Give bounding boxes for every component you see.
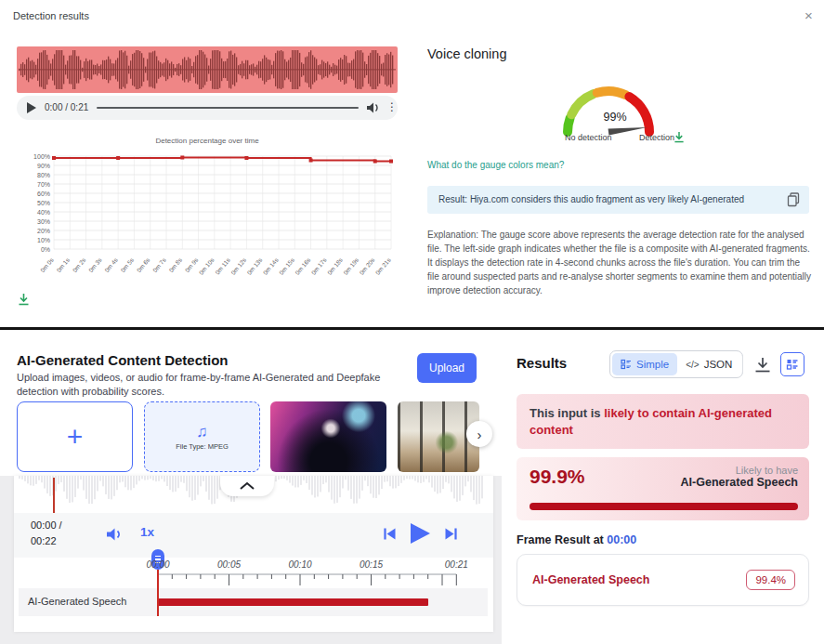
result-text: Result: Hiya.com considers this audio fr…	[438, 194, 744, 204]
tab-simple[interactable]: Simple	[612, 353, 677, 375]
audio-progress[interactable]	[97, 107, 359, 109]
ruler-tick-label: 00:05	[206, 559, 253, 570]
panel-divider	[0, 327, 824, 330]
add-file-card[interactable]: +	[17, 401, 133, 472]
svg-text:0m 19s: 0m 19s	[342, 256, 360, 276]
frame-result-card: AI-Generated Speech 99.4%	[517, 554, 809, 606]
ruler-tick-label: 00:00	[135, 559, 181, 570]
audio-file-card[interactable]: ♫ File Type: MPEG	[144, 401, 260, 472]
svg-text:100%: 100%	[33, 153, 50, 160]
tab-simple-label: Simple	[636, 359, 669, 370]
svg-text:0m 6s: 0m 6s	[136, 256, 151, 274]
svg-text:0m 7s: 0m 7s	[151, 256, 167, 274]
display-options-icon	[786, 358, 799, 371]
svg-text:90%: 90%	[37, 163, 50, 169]
gauge-label-detection: Detection	[639, 133, 674, 142]
music-note-icon: ♫	[196, 424, 208, 440]
score-caption-2: AI-Generated Speech	[681, 476, 798, 489]
gallery-next-button[interactable]: ›	[466, 421, 492, 447]
download-gauge-icon[interactable]	[674, 131, 685, 143]
timeline-ruler[interactable]	[139, 573, 483, 588]
play-icon[interactable]	[408, 521, 432, 545]
svg-text:0m 4s: 0m 4s	[103, 256, 119, 274]
skip-start-icon[interactable]	[382, 526, 398, 542]
svg-text:0m 8s: 0m 8s	[167, 256, 183, 274]
waveform-panel	[17, 46, 398, 93]
frame-item-value: 99.4%	[746, 570, 795, 590]
skip-end-icon[interactable]	[443, 526, 459, 542]
frame-item-label: AI-Generated Speech	[532, 573, 649, 586]
detection-chart: 0%10%20%30%40%50%60%70%80%90%100%0m 0s0m…	[17, 145, 398, 284]
copy-icon[interactable]	[787, 192, 800, 207]
result-banner: Result: Hiya.com considers this audio fr…	[427, 186, 809, 214]
time-total: 00:22	[31, 533, 62, 549]
svg-text:0m 10s: 0m 10s	[198, 256, 216, 276]
svg-text:0m 12s: 0m 12s	[229, 256, 248, 276]
ruler-tick-label: 00:15	[348, 559, 395, 570]
tab-json[interactable]: </> JSON	[677, 353, 740, 375]
thumbnail-image-1[interactable]	[270, 401, 386, 472]
play-icon[interactable]	[26, 101, 37, 114]
svg-text:0m 2s: 0m 2s	[72, 256, 87, 274]
score-value: 99.9%	[530, 466, 585, 488]
tab-json-label: JSON	[704, 359, 733, 370]
score-progress	[530, 503, 798, 510]
gauge-colors-link[interactable]: What do the gauge colors mean?	[427, 160, 564, 170]
svg-text:0m 3s: 0m 3s	[87, 256, 103, 274]
svg-text:0m 18s: 0m 18s	[326, 256, 345, 276]
screen: Detection results × 0:00 / 0:21 ⋮ Detect…	[0, 0, 824, 644]
voice-cloning-heading: Voice cloning	[427, 46, 506, 61]
svg-text:10%: 10%	[37, 237, 50, 243]
audio-player[interactable]: 0:00 / 0:21 ⋮	[17, 96, 398, 120]
collapse-handle[interactable]	[220, 476, 274, 496]
frame-result-time[interactable]: 00:00	[607, 533, 636, 546]
svg-text:0m 13s: 0m 13s	[245, 256, 264, 276]
volume-icon[interactable]	[106, 527, 124, 542]
svg-text:0m 1s: 0m 1s	[55, 256, 71, 274]
simple-view-icon	[621, 359, 632, 370]
svg-text:0%: 0%	[41, 246, 50, 253]
ruler-tick-label: 00:10	[277, 559, 323, 570]
explanation-text: Explanation: The gauge score above repre…	[427, 228, 812, 297]
score-card: 99.9% Likely to have AI-Generated Speech	[517, 457, 809, 520]
page-title: AI-Generated Content Detection	[17, 352, 229, 368]
svg-text:60%: 60%	[37, 191, 50, 197]
download-chart-icon[interactable]	[18, 293, 30, 306]
frame-result-label: Frame Result at 00:00	[517, 533, 636, 546]
svg-text:99%: 99%	[603, 111, 626, 124]
svg-text:0m 0s: 0m 0s	[39, 256, 55, 274]
download-results-icon[interactable]	[753, 356, 772, 374]
svg-text:0m 20s: 0m 20s	[358, 256, 376, 276]
waveform-playhead	[53, 478, 55, 513]
playback-speed[interactable]: 1x	[140, 525, 154, 539]
player-time: 00:00 / 00:22	[31, 518, 62, 549]
page-subtitle: Upload images, videos, or audio for fram…	[17, 371, 407, 399]
svg-text:30%: 30%	[37, 218, 50, 225]
svg-text:70%: 70%	[37, 181, 50, 188]
display-options-button[interactable]	[780, 352, 804, 376]
red-waveform	[17, 46, 398, 93]
svg-text:0m 16s: 0m 16s	[294, 256, 312, 276]
svg-text:0m 5s: 0m 5s	[119, 256, 135, 274]
code-icon: </>	[686, 360, 699, 370]
chevron-up-icon	[239, 481, 255, 491]
dialog-title: Detection results	[13, 10, 89, 21]
volume-icon[interactable]	[366, 101, 381, 114]
speech-track-label: AI-Generated Speech	[28, 596, 126, 607]
plus-icon: +	[67, 421, 84, 453]
gauge-label-no-detection: No detection	[565, 133, 612, 142]
verdict-prefix: This input is	[530, 406, 604, 420]
kebab-menu-icon[interactable]: ⋮	[386, 100, 398, 113]
score-caption-1: Likely to have	[681, 465, 798, 476]
svg-text:0m 21s: 0m 21s	[374, 256, 393, 276]
timeline-playhead	[157, 570, 159, 616]
close-icon[interactable]: ×	[804, 8, 813, 22]
svg-text:0m 14s: 0m 14s	[262, 256, 281, 276]
file-type-label: File Type: MPEG	[176, 442, 229, 451]
results-heading: Results	[517, 355, 567, 371]
svg-text:50%: 50%	[37, 200, 50, 206]
upload-button[interactable]: Upload	[417, 353, 477, 383]
chevron-right-icon: ›	[477, 427, 482, 442]
view-toggle: Simple </> JSON	[609, 350, 743, 378]
verdict-banner: This input is likely to contain AI-gener…	[517, 394, 809, 449]
